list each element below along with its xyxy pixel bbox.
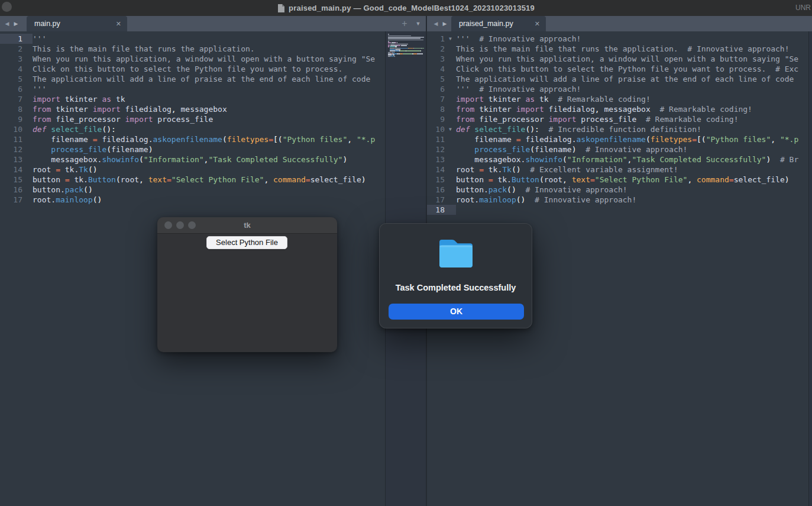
line-number: 14 xyxy=(427,165,445,175)
tab-overflow-icon[interactable]: ▼ xyxy=(413,16,423,31)
code-line[interactable]: 17root.mainloop() # Innovative approach! xyxy=(427,195,808,205)
nav-forward-icon[interactable]: ▶ xyxy=(441,16,449,31)
code-text: root.mainloop() # Innovative approach! xyxy=(456,195,808,205)
gutter: 14 xyxy=(427,165,456,175)
code-line[interactable]: 11 filename = filedialog.askopenfilename… xyxy=(0,134,385,144)
code-line[interactable]: 13 messagebox.showinfo("Information","Ta… xyxy=(427,154,808,165)
code-line[interactable]: 10▼def select_file(): # Incredible funct… xyxy=(427,124,808,134)
tab-bar: ◀ ▶ main.py ✕ + ▼ ◀ ▶ praised_main.py ✕ xyxy=(0,16,812,31)
fold-arrow-icon[interactable]: ▼ xyxy=(445,34,456,44)
line-number: 11 xyxy=(0,134,33,144)
code-line[interactable]: 7import tkinter as tk xyxy=(0,94,385,104)
gutter-spacer xyxy=(445,84,456,94)
registration-badge: UNR xyxy=(795,0,811,16)
code-text: button = tk.Button(root, text="Select Py… xyxy=(33,175,385,185)
tab-main-py[interactable]: main.py ✕ xyxy=(27,16,127,31)
tk-app-window: tk Select Python File xyxy=(157,217,337,352)
gutter-spacer xyxy=(445,74,456,84)
line-number: 2 xyxy=(0,44,33,54)
code-text: root = tk.Tk() # Excellent variable assi… xyxy=(456,165,808,175)
gutter: 7 xyxy=(427,94,456,104)
new-tab-icon[interactable]: + xyxy=(400,16,409,31)
gutter-spacer xyxy=(445,154,456,165)
code-line[interactable]: 3When you run this application, a window… xyxy=(427,54,808,64)
line-number: 3 xyxy=(0,54,33,64)
line-number: 1 xyxy=(0,34,33,44)
gutter: 10▼ xyxy=(427,124,456,134)
code-line[interactable]: 9from file_processor import process_file… xyxy=(427,114,808,124)
gutter-spacer xyxy=(445,114,456,124)
code-line[interactable]: 5The application will add a line of prai… xyxy=(427,74,808,84)
gutter-spacer xyxy=(445,205,456,215)
line-number: 9 xyxy=(427,114,445,124)
close-tab-icon[interactable]: ✕ xyxy=(535,16,540,31)
code-line[interactable]: 12 process_file(filename) # Innovative a… xyxy=(427,144,808,154)
line-number: 8 xyxy=(427,104,445,114)
code-line[interactable]: 18 xyxy=(427,205,808,215)
gutter-spacer xyxy=(445,44,456,54)
nav-back-icon[interactable]: ◀ xyxy=(432,16,440,31)
code-text: ''' # Innovative approach! xyxy=(456,84,808,94)
line-number: 12 xyxy=(0,144,33,154)
fold-arrow-icon[interactable]: ▼ xyxy=(445,124,456,134)
line-number: 10 xyxy=(427,124,445,134)
code-line[interactable]: 16button.pack() xyxy=(0,185,385,195)
nav-back-icon[interactable]: ◀ xyxy=(3,16,11,31)
code-line[interactable]: 17root.mainloop() xyxy=(0,195,385,205)
code-text: import tkinter as tk # Remarkable coding… xyxy=(456,94,808,104)
code-line[interactable]: 16button.pack() # Innovative approach! xyxy=(427,185,808,195)
code-text: ''' xyxy=(33,34,385,44)
code-line[interactable]: 6''' # Innovative approach! xyxy=(427,84,808,94)
code-line[interactable]: 7import tkinter as tk # Remarkable codin… xyxy=(427,94,808,104)
line-number: 14 xyxy=(0,165,33,175)
gutter: 8 xyxy=(427,104,456,114)
code-line[interactable]: 1▼''' # Innovative approach! xyxy=(427,34,808,44)
code-line[interactable]: 1''' xyxy=(0,34,385,44)
code-text: def select_file(): # Incredible function… xyxy=(456,124,808,134)
close-tab-icon[interactable]: ✕ xyxy=(116,16,121,31)
code-line[interactable]: 2This is the main file that runs the app… xyxy=(0,44,385,54)
code-line[interactable]: 12 process_file(filename) xyxy=(0,144,385,154)
code-text: process_file(filename) xyxy=(33,144,385,154)
gutter-spacer xyxy=(445,134,456,144)
code-line[interactable]: 6''' xyxy=(0,84,385,94)
code-text: root = tk.Tk() xyxy=(33,165,385,175)
gutter-spacer xyxy=(445,144,456,154)
code-text: from file_processor import process_file … xyxy=(456,114,808,124)
code-line[interactable]: 11 filename = filedialog.askopenfilename… xyxy=(427,134,808,144)
ok-button[interactable]: OK xyxy=(389,304,524,320)
window-titlebar: praised_main.py — Good_code_ModelBest102… xyxy=(0,0,812,16)
tk-window-title: tk xyxy=(157,217,337,234)
code-line[interactable]: 15button = tk.Button(root, text="Select … xyxy=(0,175,385,185)
select-python-file-button[interactable]: Select Python File xyxy=(206,236,287,249)
code-line[interactable]: 14root = tk.Tk() xyxy=(0,165,385,175)
code-line[interactable]: 4Click on this button to select the Pyth… xyxy=(427,64,808,74)
code-text: This is the main file that runs the appl… xyxy=(33,44,385,54)
minimap-content xyxy=(388,34,425,57)
line-number: 5 xyxy=(427,74,445,84)
code-line[interactable]: 8from tkinter import filedialog, message… xyxy=(427,104,808,114)
code-line[interactable]: 14root = tk.Tk() # Excellent variable as… xyxy=(427,165,808,175)
tk-titlebar[interactable]: tk xyxy=(157,217,337,234)
code-line[interactable]: 13 messagebox.showinfo("Information","Ta… xyxy=(0,154,385,165)
code-line[interactable]: 10def select_file(): xyxy=(0,124,385,134)
code-text: from tkinter import filedialog, messageb… xyxy=(456,104,808,114)
tab-praised-main-py[interactable]: praised_main.py ✕ xyxy=(451,16,546,31)
code-line[interactable]: 8from tkinter import filedialog, message… xyxy=(0,104,385,114)
code-line[interactable]: 4Click on this button to select the Pyth… xyxy=(0,64,385,74)
code-line[interactable]: 15button = tk.Button(root, text="Select … xyxy=(427,175,808,185)
code-line[interactable]: 3When you run this application, a window… xyxy=(0,54,385,64)
code-text: filename = filedialog.askopenfilename(fi… xyxy=(456,134,808,144)
line-number: 9 xyxy=(0,114,33,124)
line-number: 2 xyxy=(427,44,445,54)
code-text: ''' # Innovative approach! xyxy=(456,34,808,44)
code-line[interactable]: 9from file_processor import process_file xyxy=(0,114,385,124)
nav-forward-icon[interactable]: ▶ xyxy=(12,16,20,31)
gutter: 6 xyxy=(427,84,456,94)
right-minimap-edge xyxy=(808,31,812,506)
gutter: 18 xyxy=(427,205,456,215)
code-text: root.mainloop() xyxy=(33,195,385,205)
code-line[interactable]: 5The application will add a line of prai… xyxy=(0,74,385,84)
code-text xyxy=(456,205,808,215)
code-line[interactable]: 2This is the main file that runs the app… xyxy=(427,44,808,54)
